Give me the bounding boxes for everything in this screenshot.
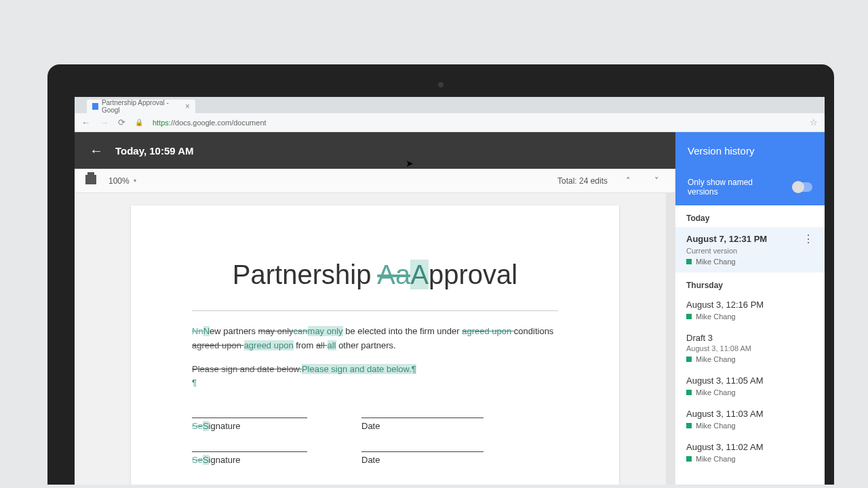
document-column: 100% ▾ Total: 24 edits ˄ ˅ Partnership A… <box>75 169 675 485</box>
version-item[interactable]: Draft 3 August 3, 11:08 AM Mike Chang <box>675 327 825 370</box>
mouse-cursor: ➤ <box>406 158 414 169</box>
signature-row-1: SeSignature Date <box>192 418 558 431</box>
zoom-value: 100% <box>108 176 130 186</box>
user-color-swatch <box>686 423 692 428</box>
signature-block: SeSignature <box>192 451 307 465</box>
version-time: August 7, 12:31 PM <box>686 234 803 244</box>
version-time: August 3, 11:03 AM <box>686 409 814 419</box>
document-area[interactable]: Partnership AaApproval NnNew partners ma… <box>75 193 675 485</box>
browser-tab[interactable]: Partnership Approval - Googl × <box>87 100 195 113</box>
back-icon[interactable]: ← <box>81 117 90 127</box>
date-block: Date <box>361 418 484 431</box>
version-author: Mike Chang <box>686 455 814 463</box>
body-paragraph-1: NnNew partners may onlycanmay only be el… <box>192 325 558 353</box>
version-item[interactable]: August 3, 12:16 PM Mike Chang <box>675 294 825 327</box>
version-timestamp-title: Today, 10:59 AM <box>115 145 194 157</box>
signature-row-2: SeSignature Date <box>192 451 558 465</box>
chevron-down-icon: ▾ <box>134 178 136 184</box>
docs-favicon <box>92 103 98 110</box>
close-icon[interactable]: × <box>185 102 190 111</box>
device-bezel: Partnership Approval - Googl × ← → ⟳ 🔒 h… <box>47 64 834 485</box>
print-icon <box>85 175 96 184</box>
version-subtitle: August 3, 11:08 AM <box>686 344 814 352</box>
address-bar: ← → ⟳ 🔒 https://docs.google.com/document… <box>75 113 825 132</box>
content-row: 100% ▾ Total: 24 edits ˄ ˅ Partnership A… <box>75 169 825 485</box>
version-time: August 3, 12:16 PM <box>686 300 814 310</box>
version-time: Draft 3 <box>686 333 814 343</box>
user-color-swatch <box>686 259 692 264</box>
print-button[interactable] <box>85 175 96 186</box>
more-icon[interactable]: ⋮ <box>803 232 814 245</box>
version-author: Mike Chang <box>686 388 814 396</box>
version-time: August 3, 11:02 AM <box>686 442 814 452</box>
screen: Partnership Approval - Googl × ← → ⟳ 🔒 h… <box>75 97 825 485</box>
camera-dot <box>438 82 443 87</box>
named-versions-filter[interactable]: Only show named versions <box>675 169 825 205</box>
lock-icon: 🔒 <box>135 119 143 126</box>
next-edit-button[interactable]: ˅ <box>648 173 665 189</box>
back-arrow-icon[interactable]: ← <box>90 143 103 159</box>
version-item[interactable]: August 3, 11:05 AM Mike Chang <box>675 370 825 403</box>
toggle-switch[interactable] <box>792 182 812 192</box>
url-field[interactable]: https://docs.google.com/document <box>153 119 800 127</box>
forward-icon[interactable]: → <box>100 117 108 127</box>
version-history-sidebar: Version history Only show named versions… <box>675 169 825 485</box>
section-thursday: Thursday <box>675 272 825 294</box>
body-paragraph-2: Please sign and date below.Please sign a… <box>192 363 558 391</box>
document-page: Partnership AaApproval NnNew partners ma… <box>131 205 619 485</box>
user-color-swatch <box>686 390 692 395</box>
user-color-swatch <box>686 456 692 462</box>
user-color-swatch <box>686 357 692 362</box>
version-author: Mike Chang <box>686 422 814 430</box>
bookmark-star-icon[interactable]: ☆ <box>810 117 818 127</box>
version-author: Mike Chang <box>686 312 814 321</box>
sidebar-heading: Version history <box>675 132 825 169</box>
version-item[interactable]: August 3, 11:02 AM Mike Chang <box>675 436 825 470</box>
zoom-dropdown[interactable]: 100% ▾ <box>108 176 136 186</box>
version-item[interactable]: August 3, 11:03 AM Mike Chang <box>675 403 825 436</box>
version-item[interactable]: August 7, 12:31 PM ⋮ Current version Mik… <box>675 227 825 272</box>
tab-title: Partnership Approval - Googl <box>102 99 179 114</box>
version-subtitle: Current version <box>686 247 814 255</box>
version-author: Mike Chang <box>686 258 814 266</box>
prev-edit-button[interactable]: ˄ <box>620 173 636 189</box>
total-edits-label: Total: 24 edits <box>557 176 608 186</box>
date-block: Date <box>361 451 484 465</box>
title-divider <box>192 310 558 311</box>
signature-block: SeSignature <box>192 418 307 431</box>
reload-icon[interactable]: ⟳ <box>118 117 125 127</box>
user-color-swatch <box>686 314 692 319</box>
document-title: Partnership AaApproval <box>192 260 558 290</box>
version-time: August 3, 11:05 AM <box>686 375 814 386</box>
section-today: Today <box>675 205 825 227</box>
doc-toolbar: 100% ▾ Total: 24 edits ˄ ˅ <box>75 169 675 193</box>
version-author: Mike Chang <box>686 355 814 363</box>
browser-tab-strip: Partnership Approval - Googl × <box>75 97 825 113</box>
